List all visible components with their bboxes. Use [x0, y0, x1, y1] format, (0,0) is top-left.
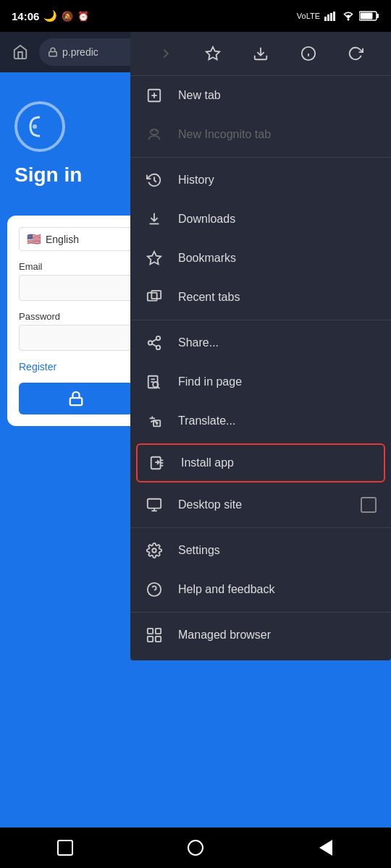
bell-off-icon: 🔕	[62, 11, 73, 22]
circle-icon	[188, 840, 203, 856]
help-icon	[145, 580, 164, 599]
status-bar: 14:06 🌙 🔕 ⏰ VoLTE	[0, 0, 391, 32]
menu-item-desktop-site[interactable]: Desktop site	[130, 485, 391, 524]
logo-area: Sign in	[0, 72, 152, 201]
menu-item-find-in-page[interactable]: Find in page	[130, 362, 391, 401]
back-triangle-icon	[319, 840, 332, 856]
email-field-container: Email	[19, 261, 133, 301]
find-page-icon	[145, 373, 164, 391]
desktop-site-checkbox[interactable]	[361, 497, 377, 513]
password-label: Password	[19, 311, 133, 322]
install-app-label: Install app	[181, 456, 374, 469]
download-toolbar-button[interactable]	[246, 39, 275, 68]
volte-icon: VoLTE	[297, 12, 320, 20]
lock-button[interactable]	[19, 383, 133, 414]
menu-item-bookmarks[interactable]: Bookmarks	[130, 239, 391, 278]
menu-item-recent-tabs[interactable]: Recent tabs	[130, 278, 391, 317]
square-icon	[57, 840, 73, 856]
svg-rect-8	[49, 51, 57, 56]
help-feedback-label: Help and feedback	[178, 583, 377, 596]
svg-rect-0	[324, 17, 327, 21]
email-label: Email	[19, 261, 133, 272]
svg-line-29	[152, 344, 156, 346]
svg-marker-23	[148, 252, 161, 264]
downloads-icon	[145, 210, 164, 229]
svg-point-47	[152, 548, 156, 553]
home-button[interactable]	[7, 39, 33, 65]
wifi-icon	[342, 11, 355, 21]
settings-icon	[145, 541, 164, 560]
menu-toolbar	[130, 32, 391, 76]
sign-in-title: Sign in	[14, 163, 82, 187]
menu-item-settings[interactable]: Settings	[130, 531, 391, 570]
svg-point-26	[156, 336, 161, 341]
menu-item-help-feedback[interactable]: Help and feedback	[130, 570, 391, 609]
menu-item-history[interactable]: History	[130, 161, 391, 200]
nav-bar	[0, 827, 391, 868]
password-input[interactable]	[19, 325, 133, 351]
svg-point-9	[33, 124, 37, 129]
forward-button[interactable]	[151, 39, 180, 68]
desktop-site-label: Desktop site	[178, 498, 346, 511]
share-label: Share...	[178, 336, 377, 349]
divider-1	[130, 157, 391, 158]
secure-icon	[48, 47, 58, 57]
signal-icon	[324, 11, 337, 21]
status-right: VoLTE	[297, 11, 379, 21]
reload-button[interactable]	[341, 39, 370, 68]
svg-rect-44	[148, 499, 161, 509]
svg-point-27	[148, 341, 153, 345]
svg-rect-6	[377, 14, 379, 18]
svg-rect-7	[361, 13, 373, 20]
back-nav-button[interactable]	[311, 833, 340, 862]
svg-point-4	[348, 19, 350, 21]
managed-icon	[145, 626, 164, 644]
divider-2	[130, 320, 391, 320]
circle-nav-button[interactable]	[181, 833, 210, 862]
plus-square-icon	[145, 86, 164, 105]
info-button[interactable]	[294, 39, 323, 68]
settings-label: Settings	[178, 544, 377, 557]
register-link[interactable]: Register	[19, 361, 133, 373]
menu-item-new-incognito-tab[interactable]: New Incognito tab	[130, 115, 391, 154]
translate-icon	[145, 412, 164, 430]
svg-marker-11	[206, 47, 219, 59]
svg-rect-53	[156, 637, 161, 642]
url-text: p.predic	[62, 46, 98, 58]
flag-icon: 🇺🇸	[27, 232, 41, 246]
menu-item-new-tab[interactable]: New tab	[130, 76, 391, 115]
divider-4	[130, 612, 391, 613]
translate-label: Translate...	[178, 414, 377, 427]
menu-item-share[interactable]: Share...	[130, 323, 391, 362]
svg-rect-2	[330, 13, 332, 21]
moon-icon: 🌙	[43, 9, 57, 22]
downloads-label: Downloads	[178, 213, 377, 226]
svg-rect-50	[148, 629, 153, 634]
page-background: Sign in 🇺🇸 English Email Password Regist…	[0, 72, 152, 868]
svg-rect-3	[333, 12, 335, 21]
menu-item-managed-browser[interactable]: Managed browser	[130, 616, 391, 655]
incognito-icon	[145, 125, 164, 144]
recent-tabs-label: Recent tabs	[178, 291, 377, 304]
new-incognito-label: New Incognito tab	[178, 128, 377, 141]
find-in-page-label: Find in page	[178, 375, 377, 388]
new-tab-label: New tab	[178, 89, 377, 102]
svg-rect-52	[148, 637, 153, 642]
svg-rect-51	[156, 629, 161, 634]
bookmark-button[interactable]	[198, 39, 227, 68]
bookmarks-icon	[145, 249, 164, 268]
history-label: History	[178, 174, 377, 187]
battery-icon	[359, 11, 379, 21]
menu-item-downloads[interactable]: Downloads	[130, 200, 391, 239]
bookmarks-label: Bookmarks	[178, 252, 377, 265]
desktop-icon	[145, 495, 164, 514]
menu-item-translate[interactable]: Translate...	[130, 401, 391, 441]
password-field-container: Password	[19, 311, 133, 351]
menu-item-install-app[interactable]: Install app	[136, 443, 385, 482]
square-nav-button[interactable]	[51, 833, 80, 862]
email-input[interactable]	[19, 275, 133, 301]
language-selector[interactable]: 🇺🇸 English	[19, 227, 133, 251]
status-left: 14:06 🌙 🔕 ⏰	[12, 9, 89, 22]
svg-point-28	[156, 346, 161, 350]
dropdown-menu: New tab New Incognito tab History D	[130, 32, 391, 660]
